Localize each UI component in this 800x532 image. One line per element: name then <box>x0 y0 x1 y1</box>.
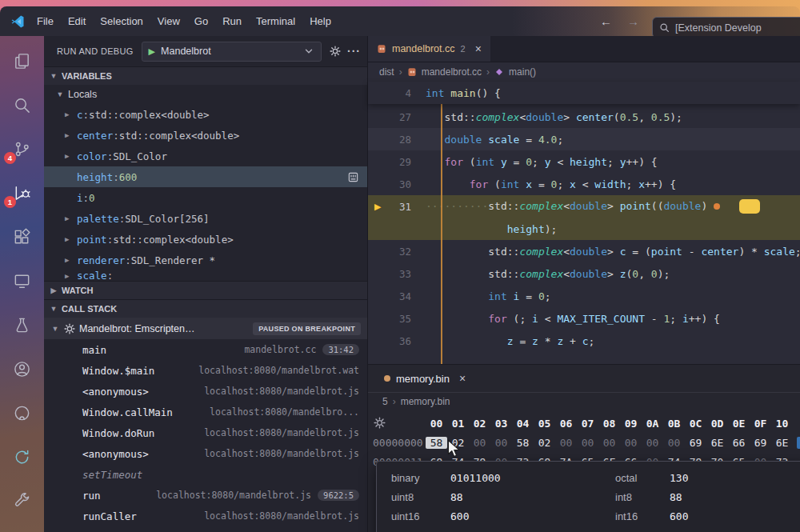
code-line[interactable]: 29 for (int y = 0; y < height; y++) { <box>368 150 800 173</box>
code-line[interactable]: 35 for (; i < MAX_ITER_COUNT - 1; i++) { <box>368 307 800 330</box>
stack-frame[interactable]: Window.$mainlocalhost:8080/mandelbrot.wa… <box>44 360 367 381</box>
hex-byte[interactable]: 00 <box>469 437 490 449</box>
close-icon[interactable]: × <box>459 372 466 385</box>
scope-locals[interactable]: ▼ Locals <box>44 85 367 104</box>
line-number[interactable]: 4 <box>368 87 411 99</box>
callstack-section-header[interactable]: ▼ CALL STACK <box>44 299 367 318</box>
hex-byte[interactable]: 6E <box>771 437 793 449</box>
activity-tools[interactable] <box>0 488 44 514</box>
search-box[interactable]: [Extension Develop <box>652 17 800 38</box>
hex-byte[interactable]: 66 <box>728 437 750 449</box>
stack-frame[interactable]: Window.callMainlocalhost:8080/mandelbro.… <box>44 402 367 422</box>
variables-section-header[interactable]: ▼ VARIABLES <box>44 66 367 85</box>
line-number[interactable]: 29 <box>368 156 411 168</box>
stack-frame[interactable]: Window.doRunlocalhost:8080/mandelbrot.js <box>44 422 367 443</box>
activity-testing[interactable] <box>0 312 44 338</box>
line-number[interactable]: 30 <box>368 178 411 190</box>
stack-frame[interactable]: mainmandelbrot.cc31:42 <box>44 339 367 360</box>
breadcrumb-item[interactable]: 5 <box>382 396 388 407</box>
hex-byte[interactable]: 58 <box>512 437 534 449</box>
variable-color[interactable]: ▶color: SDL_Color <box>44 146 367 166</box>
view-binary-icon[interactable] <box>347 171 359 183</box>
hex-byte[interactable]: 00 <box>663 437 685 449</box>
menu-selection[interactable]: Selection <box>93 6 150 36</box>
breadcrumb-item[interactable]: main() <box>509 66 536 78</box>
activity-sync[interactable] <box>0 444 44 470</box>
nav-forward-icon[interactable]: → <box>627 6 639 36</box>
hex-byte[interactable]: 00 <box>555 437 577 449</box>
nav-back-icon[interactable]: ← <box>600 6 612 36</box>
activity-github[interactable] <box>0 400 44 426</box>
menu-go[interactable]: Go <box>187 6 215 36</box>
code-line[interactable]: 34 int i = 0; <box>368 285 800 307</box>
breadcrumb-item[interactable]: mandelbrot.cc <box>422 66 482 78</box>
watch-section-header[interactable]: ▶ WATCH <box>44 281 367 299</box>
code-line[interactable]: 36 z = z * z + c; <box>368 330 800 352</box>
stack-frame[interactable]: runlocalhost:8080/mandelbrot.js9622:5 <box>44 485 367 506</box>
variable-palette[interactable]: ▶palette: SDL_Color[256] <box>44 208 367 229</box>
code-line[interactable]: 27 std::complex<double> center(0.5, 0.5)… <box>368 106 800 128</box>
menu-run[interactable]: Run <box>215 6 249 36</box>
line-number[interactable]: 36 <box>368 335 411 347</box>
launch-config-dropdown[interactable]: ▶ Mandelbrot <box>142 42 322 62</box>
tab-memory-bin[interactable]: memory.bin × <box>376 365 474 392</box>
variable-point[interactable]: ▶point: std::complex<double> <box>44 229 367 250</box>
close-icon[interactable]: × <box>475 42 482 55</box>
activity-remote-explorer[interactable] <box>0 268 44 294</box>
activity-extensions[interactable] <box>0 224 44 250</box>
stack-frame[interactable]: runCallerlocalhost:8080/mandelbrot.js <box>44 506 367 526</box>
activity-search[interactable] <box>0 92 44 118</box>
activity-source-control[interactable]: 4 <box>0 136 44 162</box>
stack-frame[interactable]: <anonymous>localhost:8080/mandelbrot.js <box>44 381 367 402</box>
menu-terminal[interactable]: Terminal <box>249 6 302 36</box>
variable-i[interactable]: i: 0 <box>44 187 367 208</box>
variable-scale[interactable]: ▶scale: <box>44 270 367 281</box>
menu-file[interactable]: File <box>30 6 61 36</box>
menu-view[interactable]: View <box>150 6 187 36</box>
activity-files[interactable] <box>0 48 44 74</box>
hex-byte[interactable]: 00 <box>490 437 512 449</box>
variable-c[interactable]: ▶c: std::complex<double> <box>44 104 367 125</box>
gear-icon[interactable] <box>374 417 386 429</box>
stack-frame[interactable]: <anonymous>localhost:8080/mandelbrot.js <box>44 443 367 464</box>
more-actions-icon[interactable]: ··· <box>347 45 361 58</box>
hex-data-row[interactable]: 00000000580200005802000000000000696E6669… <box>368 433 800 452</box>
breadcrumb-item[interactable]: dist <box>379 66 394 78</box>
hex-byte[interactable]: 00 <box>577 437 598 449</box>
gear-icon[interactable] <box>330 46 341 57</box>
activity-run-debug[interactable]: 1 <box>0 180 44 206</box>
hex-byte[interactable]: 69 <box>750 437 771 449</box>
code-line[interactable]: 30 for (int x = 0; x < width; x++) { <box>368 173 800 195</box>
line-number[interactable]: 35 <box>368 313 411 325</box>
variable-center[interactable]: ▶center: std::complex<double> <box>44 125 367 146</box>
code-line[interactable]: 33 std::complex<double> z(0, 0); <box>368 262 800 285</box>
variable-renderer[interactable]: ▶renderer: SDL_Renderer * <box>44 250 367 270</box>
start-debug-icon[interactable]: ▶ <box>149 46 155 57</box>
line-number[interactable]: 28 <box>368 134 411 146</box>
hex-byte[interactable]: 00 <box>642 437 663 449</box>
line-number[interactable]: 32 <box>368 246 411 258</box>
hex-byte[interactable]: 00 <box>598 437 620 449</box>
debug-session-row[interactable]: ▼ Mandelbrot: Emscripten… PAUSED ON BREA… <box>44 318 367 339</box>
code-area[interactable]: 27 std::complex<double> center(0.5, 0.5)… <box>368 104 800 364</box>
code-line[interactable]: 31▶··········std::complex<double> point(… <box>368 195 800 218</box>
variable-height[interactable]: height: 600 <box>44 166 367 187</box>
hex-byte[interactable]: 69 <box>685 437 706 449</box>
code-line[interactable]: 28 double scale = 4.0; <box>368 128 800 150</box>
breadcrumb-item[interactable]: memory.bin <box>401 396 450 407</box>
stack-frame[interactable]: setTimeout <box>44 464 367 485</box>
hex-byte[interactable]: 6E <box>706 437 728 449</box>
hex-byte[interactable]: 02 <box>534 437 555 449</box>
menu-help[interactable]: Help <box>302 6 338 36</box>
hex-byte[interactable]: 00 <box>620 437 642 449</box>
code-line[interactable]: 32 std::complex<double> c = (point - cen… <box>368 240 800 262</box>
sticky-scroll-line[interactable]: 4int main() { <box>368 82 800 104</box>
line-number[interactable]: 34 <box>368 290 411 302</box>
activity-accounts[interactable] <box>0 356 44 382</box>
tab-mandelbrot-cc[interactable]: mandelbrot.cc 2 × <box>368 36 490 62</box>
menu-edit[interactable]: Edit <box>61 6 93 36</box>
line-number[interactable]: 33 <box>368 268 411 280</box>
code-line[interactable]: height); <box>368 218 800 240</box>
line-number[interactable]: 27 <box>368 111 411 123</box>
hex-byte[interactable]: 58 <box>426 437 447 449</box>
